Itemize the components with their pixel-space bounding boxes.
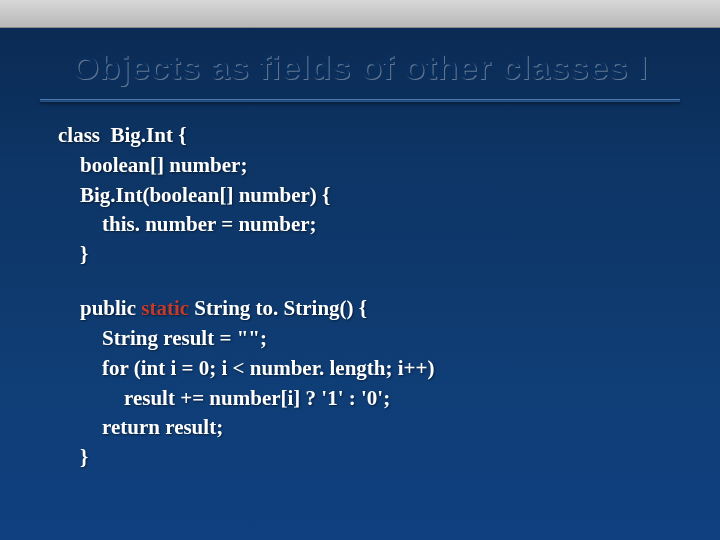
code-block: class Big.Int { boolean[] number; Big.In… (0, 103, 720, 473)
code-line: for (int i = 0; i < number. length; i++) (58, 354, 720, 384)
code-line: boolean[] number; (58, 151, 720, 181)
code-line: Big.Int(boolean[] number) { (58, 181, 720, 211)
code-line: return result; (58, 413, 720, 443)
code-line: } (58, 240, 720, 270)
code-line: } (58, 443, 720, 473)
code-line: this. number = number; (58, 210, 720, 240)
code-line: String result = ""; (58, 324, 720, 354)
blank-line (58, 270, 720, 294)
code-text: String to. String() { (189, 296, 367, 320)
title-container: Objects as fields of other classes I (0, 28, 720, 95)
slide-top-bar (0, 0, 720, 28)
keyword-static: static (141, 296, 189, 320)
code-line: result += number[i] ? '1' : '0'; (58, 384, 720, 414)
code-line: public static String to. String() { (58, 294, 720, 324)
code-text: public (80, 296, 141, 320)
slide-title: Objects as fields of other classes I (0, 48, 720, 87)
code-line: class Big.Int { (58, 121, 720, 151)
